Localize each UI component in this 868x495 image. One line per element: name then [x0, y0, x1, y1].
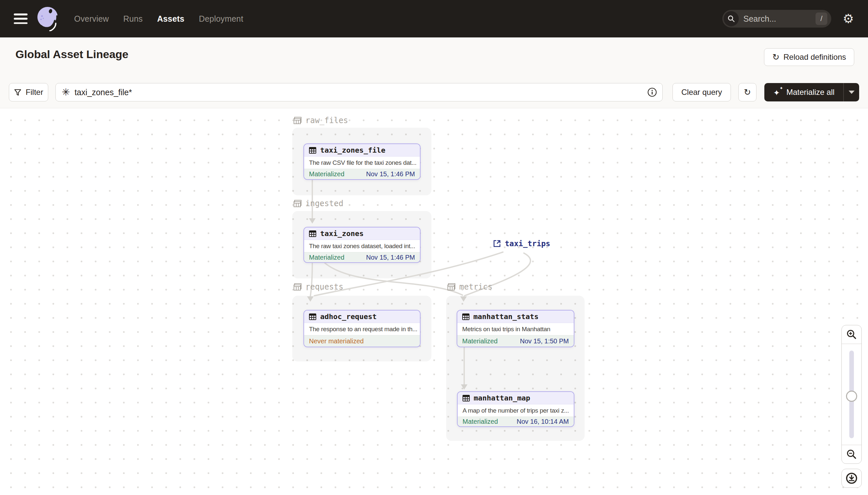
search-icon: [724, 11, 739, 26]
asset-title: manhattan_map: [474, 394, 530, 402]
group-label-metrics[interactable]: metrics: [447, 282, 492, 291]
asset-node-adhoc_request[interactable]: adhoc_request The response to an request…: [303, 310, 421, 347]
download-image-button[interactable]: [842, 469, 862, 488]
hamburger-menu-icon[interactable]: [14, 14, 28, 24]
table-icon: [462, 313, 470, 321]
reload-icon: ↻: [772, 53, 779, 62]
zoom-controls: [842, 325, 862, 464]
asset-title: adhoc_request: [320, 312, 377, 321]
search-shortcut-badge: /: [816, 13, 827, 25]
zoom-slider[interactable]: [842, 344, 862, 445]
settings-gear-icon[interactable]: ⚙: [838, 9, 858, 29]
info-icon[interactable]: [647, 87, 657, 97]
status-badge: Materialized: [309, 170, 344, 178]
zoom-out-icon: [846, 449, 857, 460]
materialize-dropdown-toggle[interactable]: [844, 83, 859, 101]
external-link-icon: [493, 239, 501, 248]
page-header: Global Asset Lineage ↻ Reload definition…: [0, 37, 868, 108]
tab-overview[interactable]: Overview: [74, 14, 109, 24]
materialization-timestamp[interactable]: Nov 15, 1:46 PM: [366, 170, 415, 178]
asset-description: The raw CSV file for the taxi zones dat.…: [304, 157, 420, 169]
status-badge: Materialized: [462, 338, 498, 345]
asset-description: A map of the number of trips per taxi z.…: [458, 405, 574, 416]
table-icon: [462, 394, 470, 402]
status-badge: Materialized: [463, 418, 498, 425]
external-asset-taxi_trips[interactable]: taxi_trips: [493, 239, 550, 248]
reload-definitions-button[interactable]: ↻ Reload definitions: [764, 48, 854, 66]
zoom-in-icon: [846, 329, 857, 340]
asset-title: taxi_zones: [320, 229, 364, 238]
top-nav: Overview Runs Assets Deployment / ⚙: [0, 0, 868, 37]
asset-node-taxi_zones[interactable]: taxi_zones The raw taxi zones dataset, l…: [303, 227, 421, 263]
asset-title: taxi_zones_file: [320, 146, 386, 154]
asset-description: Metrics on taxi trips in Manhattan: [457, 323, 574, 335]
status-badge: Materialized: [309, 254, 344, 261]
group-label-ingested[interactable]: ingested: [293, 199, 343, 208]
materialization-timestamp[interactable]: Nov 15, 1:46 PM: [366, 254, 415, 261]
sparkles-icon: ✦✦: [773, 88, 782, 97]
layered-tables-icon: [447, 282, 456, 291]
layered-tables-icon: [293, 282, 302, 291]
primary-nav: Overview Runs Assets Deployment: [74, 14, 243, 24]
download-icon: [845, 472, 858, 485]
lineage-edges: [0, 109, 868, 495]
layered-tables-icon: [293, 116, 302, 125]
group-label-requests[interactable]: requests: [293, 282, 343, 291]
search-input[interactable]: [743, 14, 799, 24]
zoom-in-button[interactable]: [842, 325, 862, 344]
asset-node-manhattan_map[interactable]: manhattan_map A map of the number of tri…: [457, 391, 574, 427]
asset-query-input[interactable]: [74, 88, 647, 97]
refresh-icon: ↻: [744, 88, 751, 97]
lineage-toolbar: Filter ✳ Clear query ↻ ✦✦ Materialize al…: [0, 83, 868, 101]
dagster-logo[interactable]: [37, 6, 60, 31]
lineage-canvas[interactable]: raw_files ingested requests metrics: [0, 109, 868, 495]
status-badge: Never materialized: [309, 338, 364, 345]
zoom-out-button[interactable]: [842, 445, 862, 463]
table-icon: [309, 313, 317, 321]
asset-title: manhattan_stats: [473, 312, 539, 321]
layered-tables-icon: [293, 199, 302, 208]
tab-runs[interactable]: Runs: [123, 14, 143, 24]
funnel-icon: [14, 88, 22, 96]
asset-graph-icon: ✳: [62, 87, 70, 97]
table-icon: [309, 230, 317, 238]
page-title: Global Asset Lineage: [15, 48, 129, 61]
materialization-timestamp[interactable]: Nov 16, 10:14 AM: [517, 418, 569, 425]
group-label-raw_files[interactable]: raw_files: [293, 116, 348, 125]
global-search[interactable]: /: [722, 10, 831, 28]
chevron-down-icon: [849, 90, 854, 94]
zoom-slider-thumb[interactable]: [846, 391, 857, 402]
filter-button[interactable]: Filter: [9, 83, 48, 101]
asset-description: The raw taxi zones dataset, loaded int..…: [304, 240, 420, 252]
tab-deployment[interactable]: Deployment: [199, 14, 243, 24]
table-icon: [309, 147, 317, 154]
asset-description: The response to an request made in th...: [304, 323, 420, 335]
clear-query-button[interactable]: Clear query: [672, 83, 731, 101]
materialization-timestamp[interactable]: Nov 15, 1:50 PM: [520, 338, 569, 345]
refresh-button[interactable]: ↻: [739, 83, 757, 101]
asset-node-manhattan_stats[interactable]: manhattan_stats Metrics on taxi trips in…: [457, 310, 574, 347]
asset-query-field: ✳: [55, 83, 663, 101]
asset-node-taxi_zones_file[interactable]: taxi_zones_file The raw CSV file for the…: [303, 143, 421, 180]
tab-assets[interactable]: Assets: [157, 14, 184, 24]
materialize-all-button[interactable]: ✦✦ Materialize all: [764, 83, 859, 101]
